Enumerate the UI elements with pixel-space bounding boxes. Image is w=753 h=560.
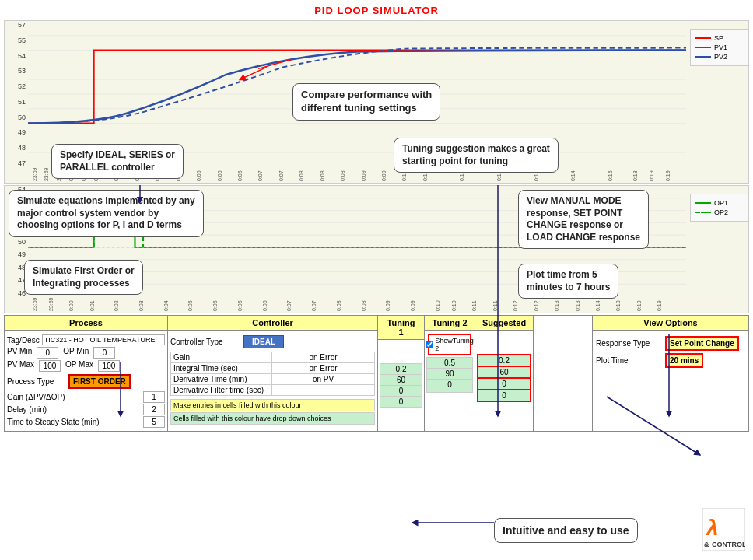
process-type-value[interactable]: FIRST ORDER — [68, 374, 131, 389]
legend-pv1: PV1 — [695, 44, 743, 51]
response-type-label: Response Type — [596, 339, 662, 348]
plot-time-value[interactable]: 20 mins — [665, 353, 703, 368]
page-title: PID LOOP SIMULATOR — [314, 5, 439, 16]
legend-op2-label: OP2 — [714, 208, 728, 216]
controller-content: Controller Type IDEAL Gain on Error Inte… — [168, 331, 377, 428]
tuning2-row-2: 0 — [427, 380, 473, 390]
pv-min-value[interactable]: 0 — [37, 347, 58, 359]
view-options-section: View Options Response Type Set Point Cha… — [593, 316, 748, 431]
callout-intuitive: Intuitive and easy to use — [494, 518, 638, 543]
svg-text:0:14: 0:14 — [569, 170, 576, 181]
gain-value[interactable]: 1 — [143, 391, 165, 403]
logo-area: λ & CONTROL — [702, 508, 745, 554]
middle-spacer — [534, 316, 593, 431]
svg-text:0:19: 0:19 — [648, 170, 655, 181]
svg-text:0:19: 0:19 — [664, 170, 671, 181]
tuning1-val-0[interactable]: 0.2 — [380, 364, 422, 375]
response-type-value[interactable]: Set Point Change — [665, 336, 739, 351]
bottom-panel: Process Tag/Desc TIC321 - HOT OIL TEMPER… — [4, 315, 749, 432]
delay-row: Delay (min) 2 — [7, 404, 165, 415]
ctrl-row-gain: Gain on Error — [171, 352, 375, 363]
show-tuning2-label: ShowTuning 2 — [435, 337, 474, 352]
ctrl-type-label: Controller Type — [170, 338, 240, 346]
company-logo: λ & CONTROL — [702, 508, 745, 551]
tuning2-val-3[interactable] — [427, 390, 473, 393]
tuning1-row-0: 0.2 — [380, 364, 422, 375]
plot-time-label: Plot Time — [596, 356, 662, 365]
callout-view-manual: View MANUAL MODEresponse, SET POINTCHANG… — [518, 190, 649, 249]
page-header: PID LOOP SIMULATOR — [0, 0, 753, 20]
tuning2-table: 0.5 90 0 — [426, 357, 473, 393]
callout-simulate-eq: Simulate equations implemented by anymaj… — [9, 190, 204, 237]
ctrl-deriv-filter-on — [272, 385, 375, 396]
suggested-row-0: 0.2 — [478, 355, 531, 366]
gain-row: Gain (ΔPV/ΔOP) 1 — [7, 391, 165, 403]
ctrl-row-deriv-filter: Derivative Filter time (sec) — [171, 385, 375, 396]
suggested-val-0: 0.2 — [478, 355, 531, 366]
steady-state-label: Time to Steady State (min) — [7, 418, 143, 426]
legend-sp-line — [695, 37, 711, 39]
suggested-spacer — [477, 332, 531, 354]
svg-text:0:08: 0:08 — [339, 170, 346, 181]
callout-simulate-proc: Simulate First Order orIntegrating proce… — [24, 260, 143, 295]
svg-text:0:14: 0:14 — [594, 300, 601, 311]
op-min-value[interactable]: 0 — [93, 347, 115, 359]
suggested-header: Suggested — [475, 316, 533, 331]
tuning2-content: ShowTuning 2 0.5 90 0 — [425, 331, 475, 394]
svg-text:0:00: 0:00 — [68, 300, 75, 311]
svg-text:0:18: 0:18 — [631, 170, 638, 181]
svg-text:0:07: 0:07 — [278, 170, 285, 181]
svg-text:0:06: 0:06 — [236, 300, 243, 311]
tuning1-val-3[interactable]: 0 — [380, 397, 422, 408]
tuning1-val-2[interactable]: 0 — [380, 386, 422, 397]
legend-op1: OP1 — [695, 199, 743, 207]
top-chart-legend: SP PV1 PV2 — [690, 29, 748, 66]
svg-text:0:09: 0:09 — [380, 170, 387, 181]
suggested-row-2: 0 — [478, 378, 531, 390]
suggested-section: Suggested 0.2 60 0 0 — [475, 316, 534, 431]
op-max-value[interactable]: 100 — [98, 360, 120, 372]
suggested-val-1: 60 — [478, 366, 531, 378]
show-tuning2-row[interactable]: ShowTuning 2 — [428, 334, 471, 355]
svg-text:0:07: 0:07 — [310, 300, 317, 311]
svg-text:0:11: 0:11 — [471, 300, 478, 311]
tuning2-val-2[interactable]: 0 — [427, 380, 473, 390]
tuning2-row-3 — [427, 390, 473, 393]
tuning1-header: Tuning 1 — [378, 316, 424, 340]
tuning1-section: Tuning 1 0.2 60 0 0 — [378, 316, 425, 431]
svg-text:0:05: 0:05 — [195, 170, 202, 181]
show-tuning2-checkbox[interactable] — [426, 341, 433, 348]
ctrl-deriv-on: on PV — [272, 374, 375, 385]
svg-text:23:59: 23:59 — [43, 168, 50, 181]
legend-op2-line — [695, 212, 711, 213]
svg-text:0:19: 0:19 — [636, 300, 643, 311]
legend-pv2: PV2 — [695, 53, 743, 61]
bottom-chart: 54 53 52 51 50 49 48 47 46 — [4, 185, 749, 313]
svg-text:0:15: 0:15 — [607, 170, 614, 181]
controller-section: Controller Controller Type IDEAL Gain on… — [168, 316, 378, 431]
tuning1-val-1[interactable]: 60 — [380, 375, 422, 386]
svg-text:0:04: 0:04 — [163, 300, 170, 311]
ctrl-gain-on: on Error — [272, 352, 375, 363]
steady-state-row: Time to Steady State (min) 5 — [7, 416, 165, 428]
pv-max-value[interactable]: 100 — [39, 360, 61, 372]
svg-text:0:07: 0:07 — [257, 170, 264, 181]
svg-text:0:06: 0:06 — [215, 170, 222, 181]
ctrl-type-value[interactable]: IDEAL — [243, 335, 284, 348]
svg-text:0:09: 0:09 — [359, 170, 366, 181]
svg-text:0:05: 0:05 — [187, 300, 194, 311]
svg-text:0:08: 0:08 — [335, 300, 342, 311]
ctrl-gain-label: Gain — [171, 352, 272, 363]
svg-text:0:13: 0:13 — [553, 300, 560, 311]
view-options-header: View Options — [593, 316, 748, 331]
svg-text:0:09: 0:09 — [409, 300, 416, 311]
delay-value[interactable]: 2 — [143, 404, 165, 415]
tuning2-val-1[interactable]: 90 — [427, 369, 473, 380]
tag-value[interactable]: TIC321 - HOT OIL TEMPERATURE — [42, 334, 165, 345]
gain-label: Gain (ΔPV/ΔOP) — [7, 393, 143, 401]
steady-state-value[interactable]: 5 — [143, 416, 165, 428]
svg-text:23:59: 23:59 — [30, 168, 37, 181]
tuning2-val-0[interactable]: 0.5 — [427, 358, 473, 369]
ctrl-integral-on: on Error — [272, 363, 375, 374]
svg-text:0:12: 0:12 — [532, 300, 539, 311]
